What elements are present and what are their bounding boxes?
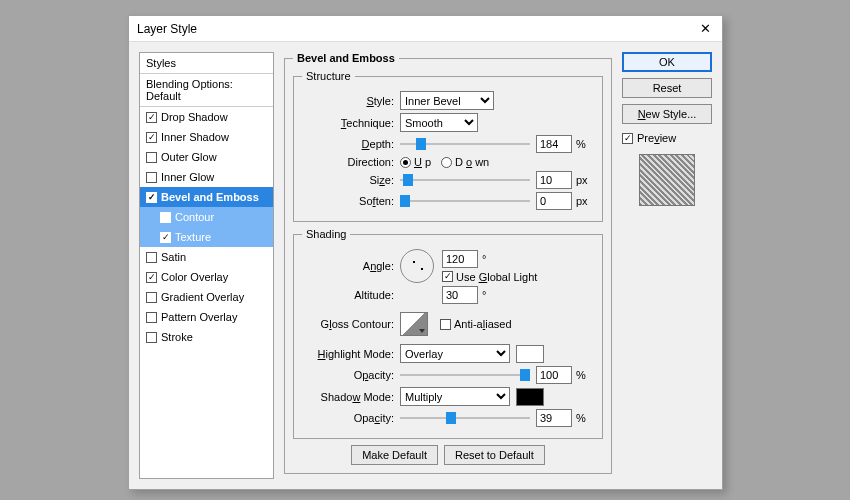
sidebar-header[interactable]: Styles xyxy=(140,53,273,74)
checkbox[interactable] xyxy=(160,212,171,223)
shadow-opacity-input[interactable] xyxy=(536,409,572,427)
reset-default-button[interactable]: Reset to Default xyxy=(444,445,545,465)
angle-input[interactable] xyxy=(442,250,478,268)
bevel-emboss-group: Bevel and Emboss Structure Style: Inner … xyxy=(284,52,612,474)
shading-legend: Shading xyxy=(302,228,350,240)
shadow-mode-select[interactable]: Multiply xyxy=(400,387,510,406)
altitude-label: Altitude: xyxy=(302,289,394,301)
direction-label: Direction: xyxy=(302,156,394,168)
styles-sidebar: Styles Blending Options: Default ✓Drop S… xyxy=(139,52,274,479)
soften-label: Soften: xyxy=(302,195,394,207)
angle-unit: ° xyxy=(482,253,486,265)
main-panel: Bevel and Emboss Structure Style: Inner … xyxy=(284,52,612,479)
direction-up-radio[interactable]: Up xyxy=(400,156,431,168)
style-item-gradient-overlay[interactable]: Gradient Overlay xyxy=(140,287,273,307)
gloss-label: Gloss Contour: xyxy=(302,318,394,330)
highlight-mode-label: Highlight Mode: xyxy=(302,348,394,360)
checkbox[interactable] xyxy=(146,252,157,263)
style-item-satin[interactable]: Satin xyxy=(140,247,273,267)
blending-options[interactable]: Blending Options: Default xyxy=(140,74,273,107)
preview-label: Preview xyxy=(637,132,676,144)
ok-button[interactable]: OK xyxy=(622,52,712,72)
style-item-inner-shadow[interactable]: ✓Inner Shadow xyxy=(140,127,273,147)
technique-label: Technique: xyxy=(302,117,394,129)
technique-select[interactable]: Smooth xyxy=(400,113,478,132)
make-default-button[interactable]: Make Default xyxy=(351,445,438,465)
structure-group: Structure Style: Inner Bevel Technique: … xyxy=(293,70,603,222)
style-item-label: Color Overlay xyxy=(161,271,228,283)
reset-button[interactable]: Reset xyxy=(622,78,712,98)
close-icon[interactable]: ✕ xyxy=(696,20,714,38)
size-label: Size: xyxy=(302,174,394,186)
shadow-opacity-slider[interactable] xyxy=(400,410,530,426)
new-style-button[interactable]: New Style... xyxy=(622,104,712,124)
style-item-label: Inner Glow xyxy=(161,171,214,183)
shadow-opacity-label: Opacity: xyxy=(302,412,394,424)
checkbox[interactable]: ✓ xyxy=(146,132,157,143)
highlight-mode-select[interactable]: Overlay xyxy=(400,344,510,363)
altitude-input[interactable] xyxy=(442,286,478,304)
style-item-inner-glow[interactable]: Inner Glow xyxy=(140,167,273,187)
gloss-contour-picker[interactable] xyxy=(400,312,428,336)
preview-thumb xyxy=(639,154,695,206)
shadow-opacity-unit: % xyxy=(576,412,586,424)
global-light-checkbox[interactable]: ✓ xyxy=(442,271,453,282)
style-item-label: Gradient Overlay xyxy=(161,291,244,303)
checkbox[interactable] xyxy=(146,332,157,343)
soften-input[interactable] xyxy=(536,192,572,210)
style-item-stroke[interactable]: Stroke xyxy=(140,327,273,347)
style-item-label: Contour xyxy=(175,211,214,223)
depth-input[interactable] xyxy=(536,135,572,153)
checkbox[interactable]: ✓ xyxy=(146,112,157,123)
checkbox[interactable] xyxy=(146,292,157,303)
highlight-opacity-input[interactable] xyxy=(536,366,572,384)
depth-slider[interactable] xyxy=(400,136,530,152)
shadow-mode-label: Shadow Mode: xyxy=(302,391,394,403)
right-buttons: OK Reset New Style... ✓ Preview xyxy=(622,52,712,479)
highlight-opacity-unit: % xyxy=(576,369,586,381)
direction-down-radio[interactable]: Down xyxy=(441,156,489,168)
depth-label: Depth: xyxy=(302,138,394,150)
checkbox[interactable] xyxy=(146,172,157,183)
style-select[interactable]: Inner Bevel xyxy=(400,91,494,110)
antialiased-checkbox[interactable] xyxy=(440,319,451,330)
style-item-texture[interactable]: ✓Texture xyxy=(140,227,273,247)
style-item-label: Outer Glow xyxy=(161,151,217,163)
style-item-contour[interactable]: Contour xyxy=(140,207,273,227)
style-item-label: Bevel and Emboss xyxy=(161,191,259,203)
size-input[interactable] xyxy=(536,171,572,189)
size-slider[interactable] xyxy=(400,172,530,188)
checkbox[interactable]: ✓ xyxy=(160,232,171,243)
shadow-color-swatch[interactable] xyxy=(516,388,544,406)
checkbox[interactable] xyxy=(146,312,157,323)
style-item-pattern-overlay[interactable]: Pattern Overlay xyxy=(140,307,273,327)
structure-legend: Structure xyxy=(302,70,355,82)
angle-dial[interactable] xyxy=(400,249,434,283)
altitude-unit: ° xyxy=(482,289,486,301)
depth-unit: % xyxy=(576,138,586,150)
style-item-label: Drop Shadow xyxy=(161,111,228,123)
style-item-drop-shadow[interactable]: ✓Drop Shadow xyxy=(140,107,273,127)
antialiased-label: Anti-aliased xyxy=(454,318,512,330)
highlight-color-swatch[interactable] xyxy=(516,345,544,363)
checkbox[interactable]: ✓ xyxy=(146,192,157,203)
style-item-label: Pattern Overlay xyxy=(161,311,237,323)
soften-slider[interactable] xyxy=(400,193,530,209)
style-item-label: Inner Shadow xyxy=(161,131,229,143)
style-item-outer-glow[interactable]: Outer Glow xyxy=(140,147,273,167)
angle-label: Angle: xyxy=(302,260,394,272)
checkbox[interactable] xyxy=(146,152,157,163)
style-item-color-overlay[interactable]: ✓Color Overlay xyxy=(140,267,273,287)
preview-checkbox[interactable]: ✓ xyxy=(622,133,633,144)
checkbox[interactable]: ✓ xyxy=(146,272,157,283)
style-label: Style: xyxy=(302,95,394,107)
style-item-label: Texture xyxy=(175,231,211,243)
panel-title: Bevel and Emboss xyxy=(293,52,399,64)
style-item-label: Stroke xyxy=(161,331,193,343)
style-item-label: Satin xyxy=(161,251,186,263)
style-item-bevel-and-emboss[interactable]: ✓Bevel and Emboss xyxy=(140,187,273,207)
shading-group: Shading Angle: ° xyxy=(293,228,603,439)
size-unit: px xyxy=(576,174,588,186)
highlight-opacity-slider[interactable] xyxy=(400,367,530,383)
layer-style-dialog: Layer Style ✕ Styles Blending Options: D… xyxy=(128,15,723,490)
